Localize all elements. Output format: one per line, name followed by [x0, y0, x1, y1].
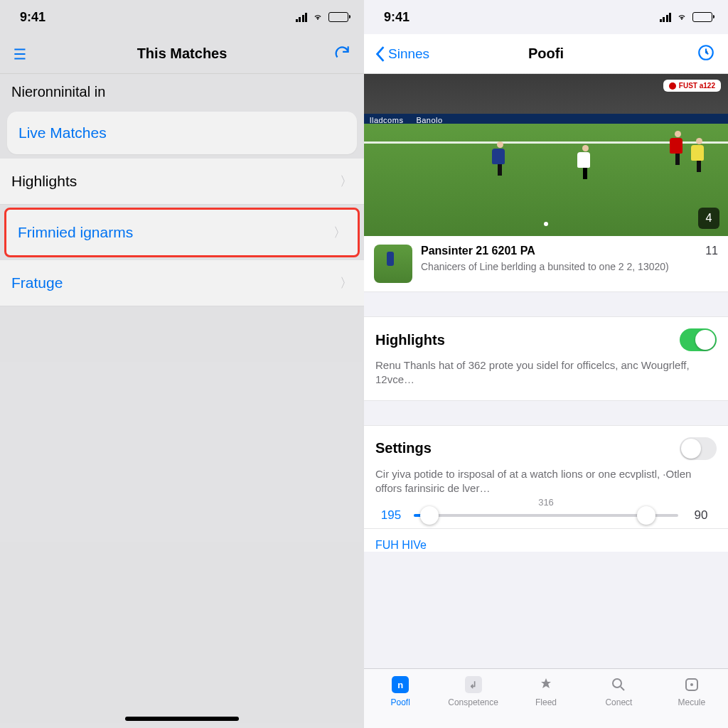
page-title: This Matches [137, 46, 228, 62]
clock-button[interactable] [697, 43, 715, 65]
battery-icon [692, 12, 712, 22]
home-indicator[interactable] [125, 717, 239, 721]
status-icons [660, 12, 713, 22]
feed-thumbnail [374, 245, 412, 283]
tab-mecule[interactable]: Mecule [655, 675, 728, 728]
tab-label: Conspetence [448, 697, 498, 707]
range-slider[interactable]: 195 316 90 [375, 508, 717, 523]
list-icon [11, 45, 30, 63]
tab-conspetence[interactable]: ↲ Conspetence [437, 675, 509, 728]
refresh-button[interactable] [333, 43, 351, 65]
section-title: Highlights [375, 332, 445, 348]
mecule-icon [682, 675, 702, 695]
slider-mid-label: 316 [538, 497, 554, 508]
section-title: Settings [375, 440, 432, 456]
nav-bar: Sinnes Poofi [364, 34, 728, 74]
slider-thumb-right[interactable] [637, 506, 655, 525]
chevron-left-icon [375, 46, 385, 62]
settings-toggle[interactable] [680, 437, 717, 460]
nav-left-icon[interactable] [11, 45, 30, 63]
counter-badge: 4 [698, 208, 719, 229]
menu-item-frimnied[interactable]: Frimnied ignarms 〉 [4, 208, 360, 257]
highlights-section: Highlights Renu Thanls hat of 362 prote … [364, 316, 728, 401]
menu-item-live-matches[interactable]: Live Matches [7, 112, 357, 154]
slider-thumb-left[interactable] [420, 506, 439, 525]
section-desc: Cir yiva potide to irsposal of at a watc… [375, 467, 717, 496]
svg-point-1 [613, 679, 621, 687]
status-bar: 9:41 [0, 0, 364, 34]
tab-icon-square: n [392, 676, 409, 693]
tab-label: Mecule [678, 697, 705, 707]
back-label: Sinnes [388, 46, 429, 62]
svg-point-3 [690, 683, 693, 686]
section-header: Nieronninital in [0, 74, 364, 107]
chevron-right-icon: 〉 [340, 173, 353, 190]
bottom-link[interactable]: FUH HIVe [364, 529, 728, 552]
slider-min-label: 195 [378, 508, 404, 523]
battery-icon [328, 12, 348, 22]
menu-item-label: Highlights [11, 173, 77, 190]
section-desc: Renu Thanls hat of 362 prote you sidel f… [375, 358, 717, 387]
menu-item-label: Fratuge [11, 274, 63, 291]
menu-item-label: Frimnied ignarms [18, 224, 133, 241]
highlights-toggle[interactable] [680, 328, 717, 351]
page-indicator [544, 222, 548, 226]
slider-track[interactable]: 316 [414, 514, 678, 517]
menu-item-fratuge[interactable]: Fratuge 〉 [0, 260, 364, 306]
chevron-right-icon: 〉 [340, 274, 353, 291]
slider-max-label: 90 [688, 508, 714, 523]
tab-fleed[interactable]: Fleed [510, 675, 582, 728]
tab-bar: n Poofl ↲ Conspetence Fleed Conect Mecul… [364, 668, 728, 728]
tab-label: Conect [605, 697, 632, 707]
tab-conect[interactable]: Conect [582, 675, 655, 728]
clock-icon [697, 43, 715, 62]
wifi-icon [311, 12, 324, 22]
page-title: Poofi [528, 46, 564, 62]
fleed-icon [536, 675, 556, 695]
nav-bar: This Matches [0, 34, 364, 74]
menu-item-highlights[interactable]: Highlights 〉 [0, 159, 364, 205]
search-icon [609, 675, 628, 695]
tab-label: Poofl [391, 697, 410, 707]
feed-subtitle: Chanicers of Line berlding a bunsited to… [421, 260, 692, 273]
tab-icon-square: ↲ [465, 676, 482, 693]
live-badge: FUST a122 [663, 80, 721, 92]
tab-poofl[interactable]: n Poofl [364, 675, 437, 728]
tab-label: Fleed [535, 697, 557, 707]
status-bar: 9:41 [364, 0, 728, 34]
menu-item-label: Live Matches [18, 124, 107, 141]
feed-item[interactable]: Pansinter 21 6201 PA Chanicers of Line b… [364, 236, 728, 292]
cellular-icon [660, 12, 672, 22]
wifi-icon [675, 12, 688, 22]
video-hero[interactable]: lladcomsBanolo FUST a122 4 [364, 74, 728, 236]
cellular-icon [296, 12, 308, 22]
feed-title: Pansinter 21 6201 PA [421, 245, 692, 257]
status-icons [296, 12, 349, 22]
settings-section: Settings Cir yiva potide to irsposal of … [364, 425, 728, 530]
back-button[interactable]: Sinnes [375, 46, 429, 62]
feed-count: 11 [705, 245, 718, 257]
status-time: 9:41 [20, 10, 46, 25]
status-time: 9:41 [384, 10, 410, 25]
refresh-icon [333, 43, 351, 62]
chevron-right-icon: 〉 [333, 224, 346, 241]
